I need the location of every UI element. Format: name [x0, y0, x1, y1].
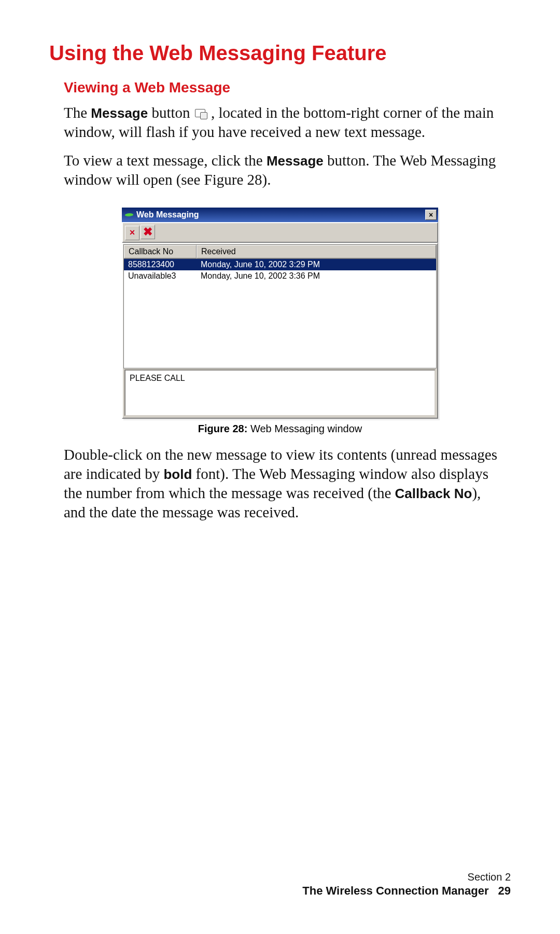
page-heading: Using the Web Messaging Feature	[49, 42, 511, 65]
close-button[interactable]: ×	[425, 210, 437, 220]
window-title: Web Messaging	[136, 210, 199, 219]
cell-callback-no: 8588123400	[124, 259, 197, 270]
text-bold: bold	[163, 466, 192, 482]
caption-text: Web Messaging window	[247, 423, 362, 434]
message-list-box: Callback No Received 8588123400 Monday, …	[122, 243, 438, 419]
header-callback-no[interactable]: Callback No	[124, 245, 197, 258]
page-footer: Section 2 The Wireless Connection Manage…	[302, 871, 511, 898]
cell-callback-no: Unavailable3	[124, 270, 197, 282]
cell-received: Monday, June 10, 2002 3:36 PM	[197, 270, 436, 282]
section-heading: Viewing a Web Message	[64, 79, 511, 96]
text: button	[148, 104, 194, 121]
text-bold: Message	[267, 153, 324, 169]
cell-received: Monday, June 10, 2002 3:29 PM	[197, 259, 436, 270]
window-titlebar[interactable]: Web Messaging ×	[122, 208, 438, 222]
text: The	[64, 104, 91, 121]
message-preview: PLEASE CALL	[124, 369, 436, 416]
section-label: Section 2	[302, 871, 511, 883]
footer-title: The Wireless Connection Manager	[302, 884, 488, 897]
header-received[interactable]: Received	[197, 245, 436, 258]
paragraph-1: The Message button , located in the bott…	[64, 103, 506, 142]
toolbar: ×✖	[122, 222, 438, 243]
delete-all-button[interactable]: ✖	[141, 225, 155, 239]
page-number: 29	[498, 884, 511, 897]
app-icon	[124, 213, 134, 216]
paragraph-2: To view a text message, click the Messag…	[64, 151, 506, 189]
message-icon	[194, 108, 207, 119]
caption-label: Figure 28:	[198, 423, 248, 434]
message-list[interactable]: 8588123400 Monday, June 10, 2002 3:29 PM…	[124, 259, 436, 368]
paragraph-3: Double-click on the new message to view …	[64, 445, 506, 522]
list-item[interactable]: 8588123400 Monday, June 10, 2002 3:29 PM	[124, 259, 436, 270]
web-messaging-window: Web Messaging × ×✖ Callback No Received …	[122, 208, 438, 419]
list-item[interactable]: Unavailable3 Monday, June 10, 2002 3:36 …	[124, 270, 436, 282]
list-header: Callback No Received	[124, 245, 436, 259]
figure-caption: Figure 28: Web Messaging window	[49, 423, 511, 435]
delete-button[interactable]: ×	[125, 226, 139, 240]
text-bold: Message	[91, 105, 148, 121]
text: To view a text message, click the	[64, 152, 267, 169]
text-bold: Callback No	[395, 486, 472, 501]
figure-28: Web Messaging × ×✖ Callback No Received …	[49, 208, 511, 435]
